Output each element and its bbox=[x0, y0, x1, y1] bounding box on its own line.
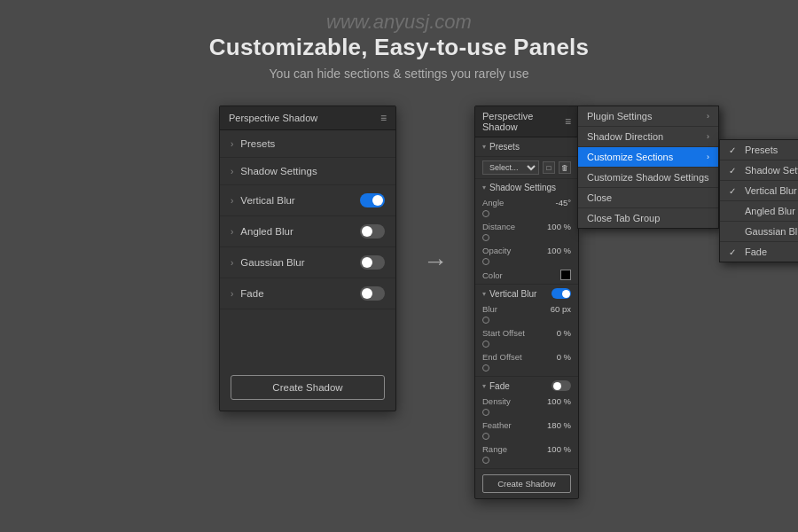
section-label-vertical-blur: Vertical Blur bbox=[240, 195, 360, 206]
rp-color-row: Color bbox=[482, 268, 571, 282]
cm-close[interactable]: Close bbox=[578, 188, 718, 208]
rp-shadow-settings-label: Shadow Settings bbox=[489, 183, 556, 192]
rp-blur-slider[interactable] bbox=[482, 316, 571, 326]
rp-presets-select-row: Select... □ 🗑 bbox=[475, 157, 578, 179]
rp-opacity-slider[interactable] bbox=[482, 257, 571, 268]
rp-angle-slider[interactable] bbox=[482, 209, 571, 220]
rp-distance-label: Distance bbox=[482, 222, 515, 231]
left-panel-header: Perspective Shadow ≡ bbox=[220, 106, 395, 130]
rp-start-slider[interactable] bbox=[482, 340, 571, 350]
toggle-fade[interactable] bbox=[360, 286, 385, 301]
rp-shadow-settings-header[interactable]: ▾ Shadow Settings bbox=[482, 183, 571, 192]
sm-fade[interactable]: ✓ Fade bbox=[720, 242, 798, 262]
panel-menu-icon[interactable]: ≡ bbox=[380, 112, 387, 124]
rp-feather-slider[interactable] bbox=[482, 432, 571, 442]
right-create-shadow-button[interactable]: Create Shadow bbox=[482, 474, 571, 493]
content-area: Perspective Shadow ≡ › Presets › Shadow … bbox=[0, 90, 798, 499]
sm-shadow-settings-label: Shadow Settings bbox=[745, 165, 798, 176]
rp-start-offset-value: 0 % bbox=[557, 328, 571, 338]
sm-vertical-blur[interactable]: ✓ Vertical Blur bbox=[720, 181, 798, 201]
rp-blur-label: Blur bbox=[482, 304, 497, 314]
rp-toggle-fade[interactable] bbox=[552, 380, 571, 391]
rp-distance-slider[interactable] bbox=[482, 233, 571, 244]
sm-vertical-blur-label: Vertical Blur bbox=[745, 185, 797, 196]
cm-customize-shadow[interactable]: Customize Shadow Settings bbox=[578, 168, 718, 188]
rp-end-offset-value: 0 % bbox=[557, 352, 571, 362]
right-panel: Perspective Shadow ≡ ▾ Presets Select...… bbox=[474, 106, 579, 499]
cm-plugin-settings-label: Plugin Settings bbox=[587, 111, 652, 121]
toggle-vertical-blur[interactable] bbox=[360, 193, 385, 207]
chevron-presets: › bbox=[231, 139, 233, 149]
cm-shadow-direction[interactable]: Shadow Direction › bbox=[578, 127, 718, 147]
rp-save-preset-btn[interactable]: □ bbox=[543, 161, 555, 174]
sm-shadow-settings-check: ✓ bbox=[729, 166, 739, 176]
rp-presets-select[interactable]: Select... bbox=[482, 160, 539, 175]
chevron-shadow-settings: › bbox=[231, 167, 233, 176]
context-menu: Plugin Settings › Shadow Direction › Cus… bbox=[577, 106, 719, 229]
section-gaussian-blur[interactable]: › Gaussian Blur bbox=[220, 247, 395, 278]
chevron-fade: › bbox=[231, 289, 233, 299]
rp-opacity-value: 100 % bbox=[547, 246, 571, 255]
sm-angled-blur-check bbox=[729, 207, 739, 216]
rp-fade-header[interactable]: ▾ Fade bbox=[482, 380, 571, 391]
toggle-thumb-vertical-blur bbox=[372, 195, 383, 206]
cm-customize-sections-label: Customize Sections bbox=[587, 152, 673, 162]
rp-end-offset-label: End Offset bbox=[482, 352, 522, 362]
sm-gaussian-blur[interactable]: Gaussian Blur bbox=[720, 222, 798, 242]
rp-presets-header[interactable]: ▾ Presets bbox=[475, 137, 578, 157]
section-label-angled-blur: Angled Blur bbox=[240, 226, 360, 237]
section-shadow-settings[interactable]: › Shadow Settings bbox=[220, 158, 395, 185]
rp-density-label: Density bbox=[482, 396, 511, 406]
section-presets[interactable]: › Presets bbox=[220, 130, 395, 158]
toggle-angled-blur[interactable] bbox=[360, 224, 385, 239]
cm-customize-sections[interactable]: Customize Sections › bbox=[578, 147, 718, 168]
sm-shadow-settings[interactable]: ✓ Shadow Settings bbox=[720, 160, 798, 181]
section-vertical-blur[interactable]: › Vertical Blur bbox=[220, 185, 395, 216]
sm-presets-label: Presets bbox=[745, 145, 778, 155]
rp-range-slider[interactable] bbox=[482, 456, 571, 466]
rp-feather-label: Feather bbox=[482, 420, 512, 430]
page-subtitle: You can hide sections & settings you rar… bbox=[0, 66, 798, 81]
rp-vb-header[interactable]: ▾ Vertical Blur bbox=[482, 288, 571, 299]
sm-gaussian-blur-check bbox=[729, 227, 739, 237]
rp-density-row: Density 100 % bbox=[482, 395, 571, 408]
section-label-fade: Fade bbox=[240, 288, 360, 299]
rp-density-slider[interactable] bbox=[482, 408, 571, 419]
cm-shadow-direction-arrow: › bbox=[707, 132, 709, 141]
section-angled-blur[interactable]: › Angled Blur bbox=[220, 216, 395, 247]
rp-opacity-row: Opacity 100 % bbox=[482, 244, 571, 257]
rp-toggle-vb[interactable] bbox=[552, 288, 571, 299]
rp-fade-chevron: ▾ bbox=[482, 382, 486, 390]
cm-plugin-settings[interactable]: Plugin Settings › bbox=[578, 106, 718, 127]
rp-start-offset-row: Start Offset 0 % bbox=[482, 326, 571, 340]
left-create-shadow-button[interactable]: Create Shadow bbox=[231, 375, 385, 400]
section-fade[interactable]: › Fade bbox=[220, 278, 395, 309]
section-label-gaussian-blur: Gaussian Blur bbox=[240, 257, 360, 268]
sm-presets[interactable]: ✓ Presets bbox=[720, 140, 798, 160]
sm-vertical-blur-check: ✓ bbox=[729, 186, 739, 196]
rp-delete-preset-btn[interactable]: 🗑 bbox=[559, 161, 571, 174]
sm-angled-blur-label: Angled Blur bbox=[745, 206, 795, 216]
cm-close-tab-group[interactable]: Close Tab Group bbox=[578, 208, 718, 228]
chevron-angled-blur: › bbox=[231, 227, 233, 237]
rp-density-circle bbox=[482, 409, 489, 416]
sm-angled-blur[interactable]: Angled Blur bbox=[720, 201, 798, 222]
section-label-shadow-settings: Shadow Settings bbox=[240, 166, 385, 176]
header: Customizable, Easy-to-use Panels You can… bbox=[0, 0, 798, 90]
rp-end-slider[interactable] bbox=[482, 364, 571, 374]
rp-opacity-circle bbox=[482, 258, 489, 265]
sm-presets-check: ✓ bbox=[729, 145, 739, 155]
rp-distance-value: 100 % bbox=[547, 222, 571, 231]
page-title: Customizable, Easy-to-use Panels bbox=[0, 34, 798, 61]
rp-angle-label: Angle bbox=[482, 198, 504, 207]
rp-color-swatch[interactable] bbox=[560, 270, 571, 280]
rp-density-value: 100 % bbox=[547, 396, 571, 406]
toggle-gaussian-blur[interactable] bbox=[360, 255, 385, 270]
chevron-gaussian-blur: › bbox=[231, 258, 233, 268]
toggle-thumb-fade bbox=[362, 288, 372, 299]
right-panel-header: Perspective Shadow ≡ bbox=[475, 106, 578, 137]
rp-range-row: Range 100 % bbox=[482, 442, 571, 456]
chevron-vertical-blur: › bbox=[231, 196, 233, 206]
right-panel-menu-icon[interactable]: ≡ bbox=[565, 115, 571, 128]
submenu: ✓ Presets ✓ Shadow Settings ✓ Vertical B… bbox=[719, 139, 798, 262]
